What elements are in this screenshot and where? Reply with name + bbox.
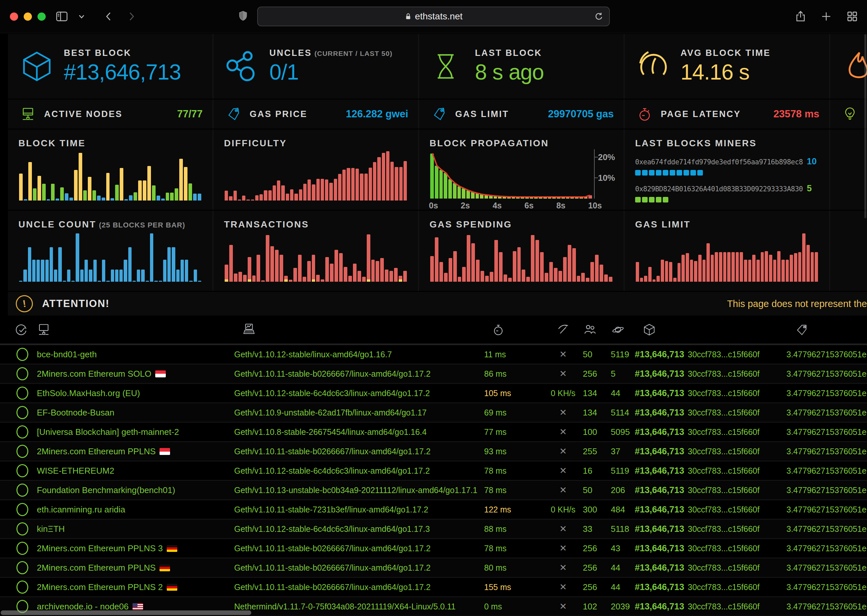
- header-node-col: [37, 322, 234, 337]
- chart-bar: [448, 258, 452, 282]
- node-latency: 69 ms: [484, 408, 543, 418]
- reload-button[interactable]: [594, 11, 604, 22]
- node-hash: 30ccf783...c15f660f: [688, 408, 787, 418]
- chart-bar: [444, 273, 448, 282]
- chart-bar: [504, 275, 507, 282]
- table-row: 2Miners.com Ethereum PPLNSGeth/v1.10.11-…: [0, 558, 867, 578]
- miner-count: 10: [807, 156, 817, 167]
- node-client: Geth/v1.10.8-stable-26675454/linux-amd64…: [234, 427, 484, 437]
- node-mining: ✕: [543, 601, 583, 612]
- node-difficulty: 3.477962715376051e+2: [787, 544, 867, 553]
- tag-icon: [795, 322, 808, 337]
- chart-bar: [640, 278, 644, 282]
- country-flag-icon: [159, 448, 170, 455]
- sidebar-chevron-button[interactable]: [78, 13, 85, 20]
- close-button[interactable]: [10, 13, 18, 21]
- chart-bar: [185, 260, 188, 282]
- node-pending: 5114: [611, 408, 635, 418]
- node-client: Nethermind/v1.11.7-0-75f034a08-20211119/…: [234, 602, 484, 611]
- chart-bar: [777, 251, 780, 282]
- chart-bar: [435, 237, 439, 282]
- chart-bar: [798, 252, 801, 282]
- chart-bar: [815, 252, 818, 282]
- node-mining: ✕: [543, 427, 583, 437]
- chart-bar: [595, 255, 599, 282]
- chart-bar: [181, 260, 184, 282]
- sidebar-toggle-button[interactable]: [55, 9, 69, 24]
- gas-limit-panel: GAS LIMIT: [625, 211, 829, 291]
- chart-bar: [102, 260, 105, 282]
- privacy-shield-button[interactable]: [238, 9, 249, 23]
- chart-bar: [807, 245, 810, 282]
- header-block-col: [635, 322, 688, 337]
- vertical-scrollbar[interactable]: [864, 34, 866, 218]
- chart-bar: [356, 169, 359, 201]
- chart-bar: [54, 270, 57, 282]
- y-tick-label: 20%: [598, 152, 615, 162]
- horizontal-scrollbar[interactable]: [1, 610, 251, 615]
- chart-bar: [154, 281, 157, 282]
- chart-bar: [141, 270, 145, 282]
- address-bar[interactable]: ethstats.net: [257, 6, 610, 26]
- chart-bar: [369, 168, 372, 201]
- chart-bar: [167, 247, 171, 282]
- node-client: Geth/v1.10.12-stable-6c4dc6c3/linux-amd6…: [234, 524, 484, 534]
- x-tick-label: 10s: [588, 201, 602, 210]
- chart-bar: [124, 260, 127, 282]
- tab-overview-button[interactable]: [846, 10, 858, 23]
- node-latency: 77 ms: [484, 427, 543, 437]
- table-row: kinΞTHGeth/v1.10.12-stable-6c4dc6c3/linu…: [0, 520, 867, 539]
- panel-title: BLOCK PROPAGATION: [430, 138, 613, 149]
- node-hash: 30ccf783...c15f660f: [688, 427, 787, 437]
- status-ring-icon: [16, 387, 28, 400]
- header-mining-col: [543, 322, 583, 337]
- chart-bar: [273, 185, 276, 201]
- forward-button[interactable]: [127, 10, 137, 23]
- country-flag-icon: [132, 603, 143, 610]
- node-mining: ✕: [543, 563, 583, 573]
- node-status: [0, 580, 37, 594]
- cube-icon: [643, 322, 656, 337]
- uncles-icon: [226, 49, 265, 84]
- share-button[interactable]: [795, 9, 807, 24]
- chart-bar: [266, 235, 269, 282]
- chart-bar: [55, 198, 59, 201]
- chart-bar: [63, 281, 66, 282]
- chart-bar: [752, 255, 755, 282]
- mining-off-icon: ✕: [560, 582, 567, 592]
- node-block: #13,646,713: [635, 563, 688, 573]
- back-button[interactable]: [104, 10, 113, 23]
- chart-bar: [289, 280, 293, 282]
- panel-title: TRANSACTIONS: [224, 219, 408, 230]
- chart-bar: [102, 198, 105, 201]
- node-difficulty: 3.477962715376051e+2: [787, 408, 867, 418]
- header-difficulty-col: [787, 322, 867, 337]
- chart-bar: [47, 199, 50, 201]
- minimize-button[interactable]: [24, 13, 32, 21]
- primary-stats-row: BEST BLOCK #13,646,713 UNCLES(CURRENT / …: [8, 34, 867, 99]
- uncle-count-chart: [19, 233, 201, 282]
- node-block: #13,646,713: [635, 388, 688, 398]
- status-ring-icon: [16, 542, 28, 555]
- chart-bar: [761, 252, 764, 282]
- chart-bar: [261, 280, 265, 282]
- chart-bar: [264, 190, 267, 201]
- node-hash: 30ccf783...c15f660f: [688, 583, 787, 592]
- node-mining: ✕: [543, 368, 583, 379]
- laptop-icon: [242, 322, 256, 337]
- chart-bar: [360, 174, 363, 201]
- country-flag-icon: [159, 564, 170, 571]
- maximize-button[interactable]: [38, 13, 46, 21]
- new-tab-button[interactable]: [820, 11, 832, 22]
- node-status: [0, 367, 37, 380]
- chart-bar: [233, 191, 237, 201]
- node-pending: 5: [611, 369, 635, 379]
- miner-count: 5: [807, 184, 812, 193]
- chart-bar: [544, 273, 548, 282]
- node-latency: 155 ms: [484, 583, 543, 592]
- chart-bar: [348, 276, 352, 282]
- node-hash: 30ccf783...c15f660f: [688, 505, 787, 514]
- chart-bar: [715, 252, 718, 282]
- chart-bar: [364, 174, 368, 201]
- chart-bar: [193, 193, 197, 201]
